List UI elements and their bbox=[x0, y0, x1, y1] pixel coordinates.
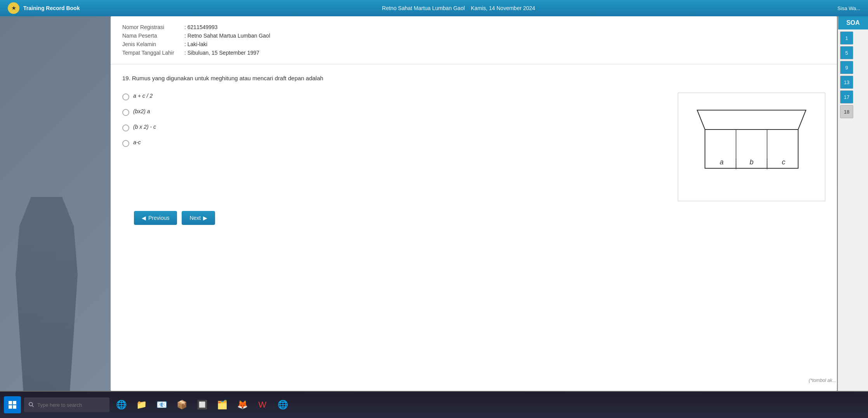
question-section: 19. Rumus yang digunakan untuk meghitung… bbox=[111, 64, 837, 240]
header-username: Retno Sahat Martua Lumban Gaol bbox=[382, 5, 465, 11]
left-panel bbox=[0, 16, 111, 391]
svg-line-10 bbox=[798, 110, 806, 130]
svg-rect-12 bbox=[13, 401, 16, 404]
main-content: Nomor Registrasi : 6211549993 Nama Peser… bbox=[111, 16, 837, 391]
profile-section: Nomor Registrasi : 6211549993 Nama Peser… bbox=[111, 16, 837, 64]
info-row-tempat: Tempat Tanggal Lahir : Sibuluan, 15 Sept… bbox=[122, 50, 825, 56]
question-numbers: 1 5 9 13 17 18 bbox=[838, 29, 868, 120]
svg-marker-0 bbox=[697, 110, 806, 130]
taskbar: 🌐 📁 📧 📦 🔲 🗂️ 🦊 W 🌐 bbox=[0, 392, 868, 418]
svg-text:c: c bbox=[782, 158, 785, 166]
search-input[interactable] bbox=[37, 402, 105, 408]
answer-label-d: a-c bbox=[133, 139, 141, 145]
q-num-5[interactable]: 5 bbox=[840, 46, 853, 59]
previous-label: Previous bbox=[148, 215, 169, 221]
question-body: Rumus yang digunakan untuk meghitung ata… bbox=[132, 75, 323, 81]
question-content: a + c / 2 (bx2) a (b x 2) - c a-c bbox=[122, 93, 825, 201]
taskbar-icon-edge[interactable]: 🌐 bbox=[113, 396, 130, 413]
q-num-18[interactable]: 18 bbox=[840, 105, 853, 118]
svg-point-15 bbox=[29, 402, 33, 406]
windows-icon bbox=[8, 400, 17, 409]
diagram-svg: a b c bbox=[686, 98, 818, 195]
info-row-nomor: Nomor Registrasi : 6211549993 bbox=[122, 24, 825, 30]
next-icon: ▶ bbox=[203, 215, 207, 221]
option-c: (b x 2) - c bbox=[122, 124, 666, 131]
answer-label-c: (b x 2) - c bbox=[133, 124, 156, 130]
right-sidebar: SOA 1 5 9 13 17 18 bbox=[838, 16, 868, 391]
option-a: a + c / 2 bbox=[122, 93, 666, 100]
header-sisa: Sisa Wa... bbox=[837, 5, 860, 11]
header-title: Training Record Book bbox=[23, 5, 80, 11]
taskbar-icon-firefox[interactable]: 🦊 bbox=[234, 396, 251, 413]
nav-buttons: ◀ Previous Next ▶ bbox=[122, 205, 825, 231]
question-number: 19. bbox=[122, 75, 130, 81]
svg-text:a: a bbox=[720, 158, 724, 166]
svg-line-16 bbox=[32, 406, 34, 407]
tempat-label: Tempat Tanggal Lahir bbox=[122, 50, 184, 56]
svg-rect-14 bbox=[13, 405, 16, 409]
svg-rect-11 bbox=[9, 401, 12, 404]
header-date: Kamis, 14 November 2024 bbox=[471, 5, 535, 11]
next-button[interactable]: Next ▶ bbox=[182, 211, 215, 225]
header-user-info: Retno Sahat Martua Lumban Gaol Kamis, 14… bbox=[382, 5, 535, 11]
timer-note: (*tombol ak... bbox=[809, 378, 836, 383]
option-b: (bx2) a bbox=[122, 108, 666, 116]
jenis-value: : Laki-laki bbox=[184, 41, 207, 47]
header-left: ★ Training Record Book bbox=[8, 2, 80, 14]
info-row-nama: Nama Peserta : Retno Sahat Martua Lumban… bbox=[122, 33, 825, 39]
nomor-label: Nomor Registrasi bbox=[122, 24, 184, 30]
taskbar-icon-files[interactable]: 🗂️ bbox=[214, 396, 231, 413]
info-row-jenis: Jenis Kelamin : Laki-laki bbox=[122, 41, 825, 47]
jenis-label: Jenis Kelamin bbox=[122, 41, 184, 47]
taskbar-icon-word[interactable]: W bbox=[254, 396, 271, 413]
radio-a[interactable] bbox=[122, 93, 129, 100]
svg-text:b: b bbox=[750, 158, 753, 166]
soa-header: SOA bbox=[838, 16, 868, 29]
radio-d[interactable] bbox=[122, 140, 129, 147]
taskbar-icon-dropbox[interactable]: 📦 bbox=[173, 396, 190, 413]
nama-value: : Retno Sahat Martua Lumban Gaol bbox=[184, 33, 270, 39]
diagram-column: a b c bbox=[678, 93, 825, 201]
q-num-1[interactable]: 1 bbox=[840, 31, 853, 45]
radio-c[interactable] bbox=[122, 124, 129, 131]
start-button[interactable] bbox=[4, 396, 21, 413]
svg-rect-13 bbox=[9, 405, 12, 409]
person-silhouette bbox=[8, 197, 85, 391]
option-d: a-c bbox=[122, 139, 666, 147]
next-label: Next bbox=[189, 215, 201, 221]
question-text: 19. Rumus yang digunakan untuk meghitung… bbox=[122, 74, 825, 83]
previous-button[interactable]: ◀ Previous bbox=[134, 211, 177, 225]
header: ★ Training Record Book Retno Sahat Martu… bbox=[0, 0, 868, 16]
answers-column: a + c / 2 (bx2) a (b x 2) - c a-c bbox=[122, 93, 666, 201]
search-box[interactable] bbox=[24, 397, 109, 412]
taskbar-icon-mail[interactable]: 📧 bbox=[153, 396, 170, 413]
taskbar-icon-app1[interactable]: 🔲 bbox=[193, 396, 210, 413]
nama-label: Nama Peserta bbox=[122, 33, 184, 39]
answer-label-b: (bx2) a bbox=[133, 108, 150, 114]
taskbar-icon-folder[interactable]: 📁 bbox=[133, 396, 150, 413]
nomor-value: : 6211549993 bbox=[184, 24, 218, 30]
radio-b[interactable] bbox=[122, 109, 129, 116]
answer-label-a: a + c / 2 bbox=[133, 93, 153, 99]
q-num-17[interactable]: 17 bbox=[840, 90, 853, 104]
search-icon bbox=[29, 402, 34, 408]
q-num-13[interactable]: 13 bbox=[840, 76, 853, 89]
previous-icon: ◀ bbox=[142, 215, 146, 221]
diagram-box: a b c bbox=[678, 93, 825, 201]
tempat-value: : Sibuluan, 15 September 1997 bbox=[184, 50, 259, 56]
q-num-9[interactable]: 9 bbox=[840, 61, 853, 74]
taskbar-icon-chrome[interactable]: 🌐 bbox=[274, 396, 291, 413]
soa-title: SOA bbox=[846, 19, 860, 26]
logo-icon: ★ bbox=[8, 2, 19, 14]
svg-line-9 bbox=[697, 110, 705, 130]
